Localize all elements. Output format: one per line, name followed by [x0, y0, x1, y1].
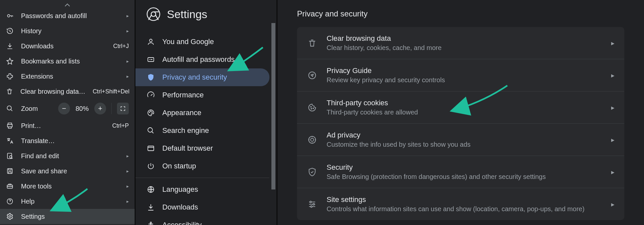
svg-point-12 [149, 112, 150, 113]
ads-icon [307, 135, 317, 145]
nav-label: Accessibility [162, 221, 202, 225]
trash-icon [6, 88, 13, 95]
nav-performance[interactable]: Performance [135, 86, 269, 104]
row-title: Clear browsing data [327, 34, 602, 43]
nav-label: Languages [162, 185, 198, 194]
palette-icon [147, 109, 155, 117]
svg-point-20 [310, 106, 311, 107]
row-privacy-guide[interactable]: Privacy Guide Review key privacy and sec… [297, 59, 624, 91]
nav-autofill[interactable]: Autofill and passwords [135, 51, 269, 68]
settings-header: Settings [135, 0, 277, 33]
nav-label: Default browser [162, 144, 213, 153]
chevron-right-icon: ▸ [126, 74, 129, 79]
fullscreen-button[interactable] [117, 103, 129, 114]
accessibility-icon [147, 221, 155, 225]
menu-passwords[interactable]: Passwords and autofill ▸ [0, 8, 135, 23]
row-security[interactable]: Security Safe Browsing (protection from … [297, 156, 624, 188]
shield-check-icon [307, 167, 317, 177]
svg-point-7 [9, 215, 11, 217]
svg-point-19 [309, 72, 316, 79]
menu-item-label: Settings [21, 213, 129, 220]
nav-label: Search engine [162, 126, 209, 135]
menu-item-label: More tools [21, 183, 119, 190]
settings-card: Clear browsing data Clear history, cooki… [297, 27, 624, 220]
star-icon [6, 57, 14, 65]
svg-point-13 [150, 111, 151, 112]
download-icon [6, 42, 14, 50]
chevron-right-icon: ▸ [611, 39, 614, 47]
browser-icon [147, 144, 155, 153]
nav-search[interactable]: Search engine [135, 122, 269, 139]
chevron-right-icon: ▸ [611, 168, 614, 176]
translate-icon [6, 137, 14, 145]
menu-item-label: Help [21, 198, 119, 205]
nav-accessibility[interactable]: Accessibility [135, 216, 269, 225]
menu-help[interactable]: Help ▸ [0, 194, 135, 209]
nav-startup[interactable]: On startup [135, 157, 269, 175]
menu-bookmarks[interactable]: Bookmarks and lists ▸ [0, 54, 135, 69]
nav-label: You and Google [162, 38, 214, 46]
row-title: Site settings [327, 195, 602, 204]
menu-find[interactable]: Find and edit ▸ [0, 148, 135, 163]
row-sub: Clear history, cookies, cache, and more [327, 44, 602, 52]
chevron-right-icon: ▸ [611, 104, 614, 112]
nav-default-browser[interactable]: Default browser [135, 139, 269, 157]
nav-privacy[interactable]: Privacy and security [135, 68, 269, 86]
menu-shortcut: Ctrl+Shift+Del [93, 88, 129, 95]
zoom-label: Zoom [21, 105, 51, 113]
svg-point-27 [310, 206, 312, 207]
separator [111, 103, 112, 114]
row-clear-data[interactable]: Clear browsing data Clear history, cooki… [297, 27, 624, 59]
row-title: Third-party cookies [327, 99, 602, 107]
print-icon [6, 122, 14, 130]
row-sub: Review key privacy and security controls [327, 76, 602, 84]
menu-extensions[interactable]: Extensions ▸ [0, 69, 135, 84]
row-site-settings[interactable]: Site settings Controls what information … [297, 188, 624, 220]
chrome-menu: Passwords and autofill ▸ History ▸ Downl… [0, 0, 135, 225]
menu-clear-data[interactable]: Clear browsing data… Ctrl+Shift+Del [0, 84, 135, 99]
svg-rect-4 [8, 169, 12, 174]
row-ad-privacy[interactable]: Ad privacy Customize the info used by si… [297, 124, 624, 156]
svg-point-15 [148, 128, 152, 132]
chevron-right-icon: ▸ [126, 199, 129, 204]
chevron-right-icon: ▸ [126, 59, 129, 64]
svg-rect-16 [148, 146, 154, 151]
cookie-icon [307, 102, 317, 113]
chevron-right-icon: ▸ [126, 28, 129, 34]
menu-more-tools[interactable]: More tools ▸ [0, 179, 135, 194]
menu-history[interactable]: History ▸ [0, 23, 135, 38]
menu-translate[interactable]: Translate… [0, 133, 135, 148]
user-icon [147, 38, 155, 46]
nav-appearance[interactable]: Appearance [135, 104, 269, 122]
history-icon [6, 27, 14, 35]
shield-icon [147, 73, 155, 82]
toolbox-icon [6, 182, 14, 190]
nav-you-google[interactable]: You and Google [135, 33, 269, 51]
menu-settings[interactable]: Settings [0, 209, 135, 224]
collapse-caret-icon[interactable] [0, 0, 135, 8]
menu-shortcut: Ctrl+P [112, 122, 129, 129]
chevron-right-icon: ▸ [126, 153, 129, 159]
search-icon [147, 126, 155, 135]
settings-sidebar: Settings You and Google Autofill and pas… [135, 0, 277, 225]
zoom-out-button[interactable]: − [58, 103, 70, 114]
chevron-right-icon: ▸ [126, 184, 129, 189]
row-cookies[interactable]: Third-party cookies Third-party cookies … [297, 91, 624, 124]
scrollbar-thumb[interactable] [271, 23, 275, 189]
menu-print[interactable]: Print… Ctrl+P [0, 118, 135, 133]
zoom-icon [6, 105, 14, 113]
nav-languages[interactable]: Languages [135, 181, 269, 198]
row-title: Ad privacy [327, 131, 602, 139]
svg-point-9 [151, 12, 156, 16]
nav-downloads[interactable]: Downloads [135, 198, 269, 216]
nav-label: Downloads [162, 203, 198, 212]
speed-icon [147, 91, 155, 99]
menu-downloads[interactable]: Downloads Ctrl+J [0, 38, 135, 54]
row-sub: Safe Browsing (protection from dangerous… [327, 173, 602, 181]
menu-save-share[interactable]: Save and share ▸ [0, 163, 135, 179]
nav-label: On startup [162, 162, 196, 170]
zoom-in-button[interactable]: + [94, 103, 106, 114]
autofill-icon [147, 55, 155, 64]
svg-point-24 [310, 138, 313, 141]
menu-item-label: Clear browsing data… [20, 88, 85, 95]
